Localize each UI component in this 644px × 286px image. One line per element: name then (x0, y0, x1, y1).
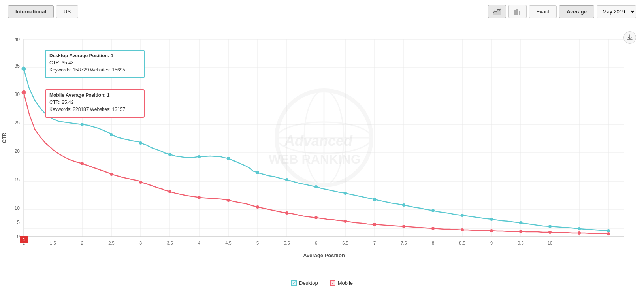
international-button[interactable]: International (8, 5, 54, 18)
svg-point-95 (110, 173, 113, 176)
area-chart-icon-button[interactable] (488, 5, 506, 18)
legend-mobile: Mobile (330, 280, 353, 286)
svg-point-91 (578, 227, 581, 230)
svg-rect-3 (519, 11, 520, 15)
svg-point-82 (314, 185, 318, 188)
desktop-legend-label: Desktop (299, 280, 318, 286)
svg-text:3.5: 3.5 (167, 241, 173, 245)
svg-point-76 (139, 141, 142, 145)
svg-text:9: 9 (490, 241, 493, 245)
svg-text:2.5: 2.5 (108, 241, 114, 245)
right-controls: Exact Average May 2019 (488, 5, 636, 18)
svg-point-81 (285, 178, 288, 181)
svg-text:20: 20 (15, 149, 20, 154)
svg-point-80 (256, 171, 259, 174)
svg-point-106 (431, 227, 435, 230)
svg-rect-1 (514, 10, 516, 15)
svg-point-79 (227, 157, 230, 160)
svg-point-93 (22, 90, 26, 94)
svg-text:40: 40 (15, 37, 20, 42)
svg-point-103 (344, 220, 347, 223)
svg-text:0: 0 (17, 234, 20, 239)
svg-rect-2 (516, 9, 518, 15)
us-button[interactable]: US (56, 5, 78, 18)
svg-text:15: 15 (15, 177, 20, 183)
svg-text:30: 30 (15, 92, 20, 97)
svg-text:2: 2 (81, 241, 83, 245)
svg-text:7.5: 7.5 (401, 241, 407, 245)
svg-text:1.5: 1.5 (50, 241, 56, 245)
svg-text:10: 10 (15, 205, 20, 211)
svg-point-101 (285, 211, 288, 214)
svg-text:5.5: 5.5 (284, 241, 290, 245)
svg-text:6.5: 6.5 (342, 241, 348, 245)
svg-text:5: 5 (256, 241, 259, 245)
average-button[interactable]: Average (559, 5, 594, 18)
svg-point-83 (344, 192, 347, 195)
svg-point-104 (373, 223, 376, 226)
svg-text:Average Position: Average Position (303, 252, 345, 258)
svg-point-108 (490, 229, 493, 232)
svg-text:WEB RANKING: WEB RANKING (269, 152, 361, 166)
svg-text:1: 1 (23, 237, 25, 242)
svg-point-97 (168, 190, 171, 193)
svg-text:35: 35 (15, 63, 20, 69)
svg-text:4: 4 (198, 241, 200, 245)
svg-text:4.5: 4.5 (225, 241, 231, 245)
svg-point-73 (22, 67, 26, 71)
svg-point-111 (578, 231, 581, 235)
svg-text:CTR: 35.48: CTR: 35.48 (49, 60, 74, 66)
svg-text:Keywords: 158729 Websites: 156: Keywords: 158729 Websites: 15695 (49, 67, 125, 73)
svg-text:CTR: CTR (1, 132, 7, 143)
svg-point-90 (548, 225, 552, 228)
svg-point-78 (198, 155, 201, 158)
svg-point-87 (461, 214, 464, 217)
svg-text:7: 7 (373, 241, 376, 245)
svg-text:10: 10 (548, 241, 552, 245)
svg-point-99 (227, 199, 230, 202)
svg-text:8.5: 8.5 (459, 241, 465, 245)
region-buttons: International US (8, 5, 78, 18)
svg-point-94 (81, 162, 84, 165)
download-button[interactable] (623, 31, 636, 44)
svg-point-75 (110, 133, 113, 136)
mobile-legend-label: Mobile (338, 280, 353, 286)
legend-desktop: Desktop (291, 280, 318, 286)
svg-point-98 (198, 196, 201, 199)
bar-chart-icon-button[interactable] (508, 5, 527, 18)
mobile-checkbox[interactable] (330, 280, 335, 286)
svg-point-112 (607, 232, 610, 235)
svg-point-110 (548, 231, 552, 234)
svg-text:5: 5 (17, 220, 20, 225)
svg-point-85 (402, 203, 405, 207)
svg-point-105 (402, 225, 405, 228)
svg-point-100 (256, 205, 259, 209)
svg-text:8: 8 (432, 241, 434, 245)
svg-point-102 (314, 216, 318, 219)
svg-point-74 (81, 123, 84, 126)
svg-point-92 (607, 229, 610, 232)
svg-point-107 (461, 228, 464, 231)
chart-wrapper: 0 5 10 15 20 25 30 35 40 1 1.5 2 2.5 3 3… (0, 23, 644, 276)
svg-point-88 (490, 218, 493, 221)
svg-text:9.5: 9.5 (518, 241, 523, 245)
svg-text:25: 25 (15, 120, 20, 126)
svg-text:Advanced: Advanced (284, 133, 353, 149)
svg-point-96 (139, 181, 142, 184)
svg-point-84 (373, 198, 376, 201)
svg-text:3: 3 (139, 241, 142, 245)
svg-text:Desktop Average Position: 1: Desktop Average Position: 1 (49, 53, 113, 58)
svg-point-86 (431, 209, 435, 212)
svg-text:6: 6 (315, 241, 317, 245)
legend: Desktop Mobile (0, 276, 644, 286)
svg-point-77 (168, 153, 171, 156)
exact-button[interactable]: Exact (529, 5, 557, 18)
desktop-checkbox[interactable] (291, 280, 297, 286)
svg-text:Mobile Average Position: 1: Mobile Average Position: 1 (49, 92, 110, 98)
svg-point-89 (519, 221, 522, 224)
month-selector[interactable]: May 2019 (597, 5, 636, 18)
svg-point-109 (519, 230, 522, 233)
svg-text:Keywords: 228187 Websites: 131: Keywords: 228187 Websites: 13157 (49, 107, 125, 112)
top-bar: International US Exact Average May 2019 (0, 0, 644, 23)
svg-text:CTR: 25.42: CTR: 25.42 (49, 100, 74, 105)
